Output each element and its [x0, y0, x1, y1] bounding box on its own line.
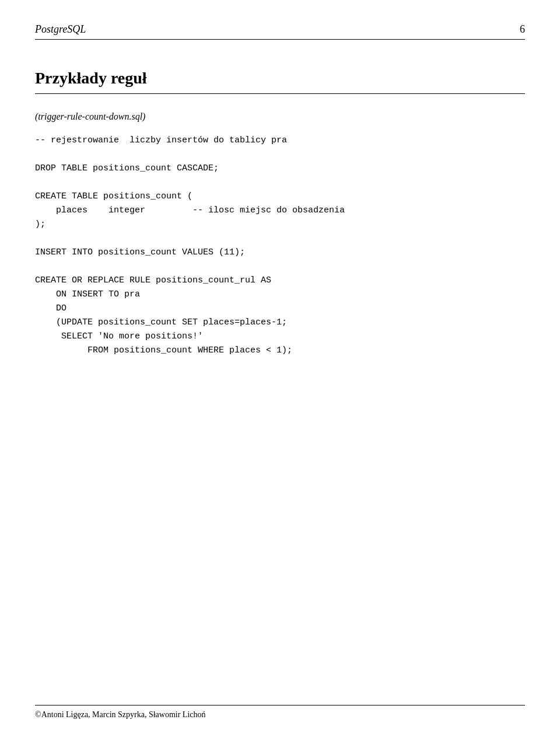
header-title: PostgreSQL	[35, 23, 86, 36]
code-block: -- rejestrowanie liczby insertów do tabl…	[35, 134, 525, 358]
footer-text: ©Antoni Ligęza, Marcin Szpyrka, Sławomir…	[35, 710, 206, 719]
section-heading: Przykłady reguł	[35, 69, 525, 88]
section-divider	[35, 93, 525, 94]
page-header: PostgreSQL 6	[35, 23, 525, 40]
section-subtitle: (trigger-rule-count-down.sql)	[35, 111, 525, 122]
page-footer: ©Antoni Ligęza, Marcin Szpyrka, Sławomir…	[35, 705, 525, 719]
page-container: PostgreSQL 6 Przykłady reguł (trigger-ru…	[0, 0, 560, 737]
header-page-number: 6	[520, 23, 525, 36]
